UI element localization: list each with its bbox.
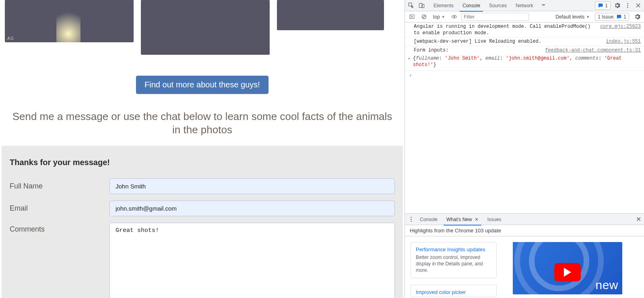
svg-point-9 [411, 217, 411, 218]
kebab-menu-icon[interactable] [622, 0, 633, 11]
video-overlay-text: new [595, 278, 618, 292]
console-row: [webpack-dev-server] Live Reloading enab… [405, 37, 644, 46]
messages-badge[interactable]: 1 [595, 2, 611, 10]
console-filter-input[interactable] [461, 13, 529, 21]
email-input[interactable] [109, 201, 395, 216]
console-row: Angular is running in development mode. … [405, 23, 644, 37]
messages-badge-count: 1 [605, 3, 608, 8]
more-tabs-icon[interactable] [538, 0, 548, 11]
tab-console[interactable]: Console [458, 0, 485, 11]
brace: } [433, 62, 436, 68]
form-row-email: Email [10, 201, 395, 216]
tab-sources[interactable]: Sources [485, 0, 511, 11]
tab-network[interactable]: Network [511, 0, 538, 11]
live-expression-icon[interactable] [449, 12, 460, 22]
gallery-photo[interactable] [141, 0, 270, 55]
email-label: Email [10, 204, 109, 213]
card-title: Performance Insights updates [416, 246, 491, 252]
close-tab-icon[interactable]: ✕ [475, 217, 479, 222]
obj-key: fullname [416, 56, 439, 61]
find-out-more-button[interactable]: Find out more about these guys! [136, 76, 268, 94]
console-message-text: Angular is running in development mode. … [414, 23, 595, 36]
tab-elements[interactable]: Elements [429, 0, 458, 11]
settings-icon[interactable] [612, 0, 622, 11]
devtools-drawer: Console What's New ✕ Issues ✕ Highlights… [405, 213, 644, 298]
svg-point-11 [411, 221, 411, 221]
svg-point-2 [627, 3, 628, 4]
card-desc: Better zoom control, improved display in… [416, 254, 491, 274]
whats-new-card[interactable]: Improved color picker [411, 285, 497, 297]
drawer-headline: Highlights from the Chrome 103 update [405, 225, 644, 236]
drawer-tab-label: What's New [446, 217, 472, 222]
console-toolbar: top ▼ Default levels ▼ 1 Issue: 1 [405, 11, 644, 23]
svg-point-3 [627, 5, 628, 6]
dropdown-caret-icon: ▼ [586, 15, 590, 19]
drawer-tab-console[interactable]: Console [415, 214, 442, 225]
whats-new-video-tile[interactable]: new [513, 242, 622, 294]
console-message-source-link[interactable]: feedback-and-chat.component.ts:31 [545, 47, 641, 54]
svg-point-4 [627, 7, 628, 8]
log-levels-select[interactable]: Default levels ▼ [553, 12, 592, 21]
inspect-element-icon[interactable] [406, 0, 416, 11]
devtools-pane: Elements Console Sources Network 1 to [405, 0, 644, 298]
context-select[interactable]: top ▼ [431, 12, 448, 21]
obj-key: email [485, 56, 500, 61]
svg-point-8 [454, 16, 455, 17]
console-message-text: Form inputs: [414, 47, 540, 54]
prompt-chevron-icon: › [409, 73, 412, 79]
console-output[interactable]: Angular is running in development mode. … [405, 23, 644, 213]
drawer-tab-whats-new[interactable]: What's New ✕ [442, 214, 483, 225]
console-sidebar-toggle-icon[interactable] [407, 12, 417, 22]
drawer-tab-issues[interactable]: Issues [483, 214, 506, 225]
form-row-comments: Comments [10, 223, 395, 298]
clear-console-icon[interactable] [419, 12, 429, 22]
image-gallery: AS [0, 0, 405, 55]
form-thanks-heading: Thanks for your message! [10, 158, 395, 167]
expand-caret-icon[interactable]: ▸ [408, 56, 411, 62]
drawer-body: Performance Insights updates Better zoom… [405, 236, 644, 298]
fullname-input[interactable] [109, 178, 395, 194]
drawer-tabbar: Console What's New ✕ Issues ✕ [405, 214, 644, 225]
obj-value: 'John Smith' [445, 56, 479, 61]
card-title: Improved color picker [416, 289, 491, 295]
console-logged-object[interactable]: ▸ {fullname: 'John Smith', email: 'john.… [405, 54, 644, 71]
dropdown-caret-icon: ▼ [442, 15, 445, 19]
web-app-pane: AS Find out more about these guys! Send … [0, 0, 405, 298]
play-icon [554, 263, 581, 281]
whats-new-card[interactable]: Performance Insights updates Better zoom… [411, 242, 497, 278]
console-row: Form inputs: feedback-and-chat.component… [405, 46, 644, 54]
issues-count: 1 [623, 14, 626, 20]
console-message-source-link[interactable]: core.mjs:25623 [600, 23, 641, 30]
drawer-kebab-icon[interactable] [407, 214, 415, 225]
page-headline: Send me a message or use the chat below … [8, 110, 396, 136]
close-drawer-icon[interactable]: ✕ [633, 215, 644, 223]
console-prompt[interactable]: › [405, 71, 644, 81]
context-select-value: top [433, 14, 440, 20]
issues-label: 1 Issue: [598, 14, 615, 20]
console-settings-icon[interactable] [632, 12, 642, 22]
feedback-form-card: Thanks for your message! Full Name Email… [2, 146, 403, 298]
comments-textarea[interactable] [109, 223, 395, 298]
obj-value: 'john.smith@gmail.com' [506, 56, 569, 61]
devtools-tabbar: Elements Console Sources Network 1 [405, 0, 644, 11]
console-message-text: [webpack-dev-server] Live Reloading enab… [414, 38, 601, 45]
fullname-label: Full Name [10, 182, 109, 190]
console-message-source-link[interactable]: index.js:551 [606, 38, 641, 45]
svg-point-10 [411, 219, 411, 219]
photo-watermark: AS [7, 36, 14, 41]
device-toolbar-icon[interactable] [416, 0, 427, 11]
log-levels-value: Default levels [555, 14, 584, 20]
obj-key: comments [575, 56, 599, 61]
gallery-photo[interactable] [277, 0, 384, 30]
close-devtools-icon[interactable] [633, 0, 643, 11]
form-row-fullname: Full Name [10, 178, 395, 194]
comments-label: Comments [10, 223, 109, 234]
gallery-photo[interactable]: AS [5, 0, 134, 42]
issues-badge[interactable]: 1 Issue: 1 [595, 13, 629, 21]
